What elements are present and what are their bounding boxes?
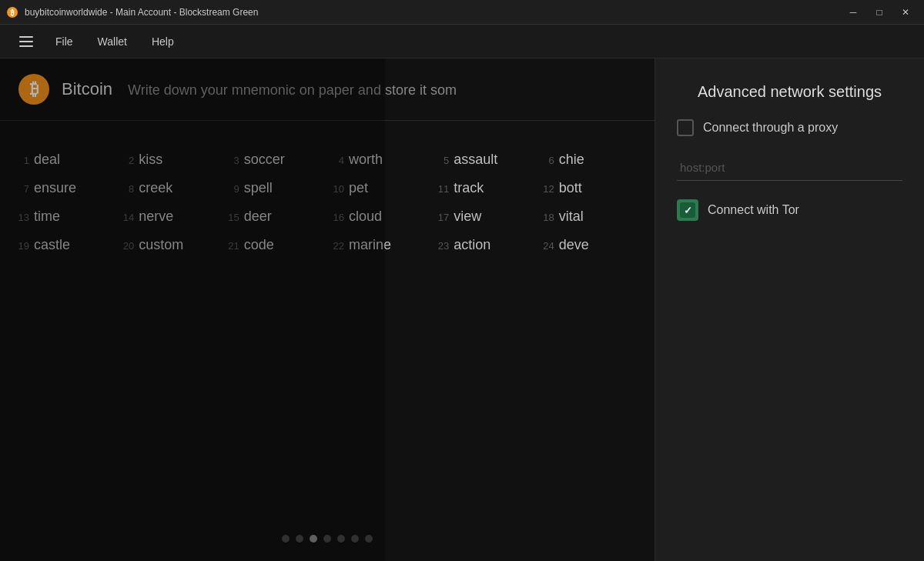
mnemonic-word: 11track xyxy=(435,180,534,196)
word-num: 5 xyxy=(435,155,449,166)
tor-check-mark: ✓ xyxy=(684,205,692,216)
mnemonic-word: 24deve xyxy=(541,237,639,253)
main-content: ₿ Bitcoin Write down your mnemonic on pa… xyxy=(0,58,924,561)
word-num: 17 xyxy=(435,212,449,223)
word-num: 11 xyxy=(435,183,449,195)
proxy-checkbox[interactable] xyxy=(677,119,694,136)
tor-checkbox[interactable]: ✓ xyxy=(677,199,698,221)
menu-wallet[interactable]: Wallet xyxy=(89,31,136,52)
window-controls: ─ □ ✕ xyxy=(841,2,918,23)
tor-label: Connect with Tor xyxy=(708,203,799,217)
left-panel: ₿ Bitcoin Write down your mnemonic on pa… xyxy=(0,58,654,561)
word-text: bott xyxy=(559,180,582,196)
title-bar: ₿ buybitcoinworldwide - Main Account - B… xyxy=(0,0,924,25)
mnemonic-word: 23action xyxy=(435,237,534,253)
mnemonic-word: 6chie xyxy=(541,152,639,168)
menu-help[interactable]: Help xyxy=(142,31,183,52)
minimize-button[interactable]: ─ xyxy=(841,2,865,23)
word-text: vital xyxy=(559,209,584,225)
word-num: 18 xyxy=(541,212,554,223)
right-panel: Advanced network settings Connect throug… xyxy=(654,58,924,561)
svg-text:₿: ₿ xyxy=(10,8,15,17)
mnemonic-word: 12bott xyxy=(541,180,639,196)
overlay xyxy=(0,58,385,561)
mnemonic-word: 5assault xyxy=(435,152,534,168)
word-text: chie xyxy=(559,152,584,168)
mnemonic-word: 18vital xyxy=(541,209,639,225)
word-num: 23 xyxy=(435,240,449,252)
tor-setting-row: ✓ Connect with Tor xyxy=(677,199,902,221)
word-text: assault xyxy=(454,152,497,168)
panel-title: Advanced network settings xyxy=(677,83,902,101)
proxy-input[interactable] xyxy=(677,155,902,181)
title-text: buybitcoinworldwide - Main Account - Blo… xyxy=(25,7,258,18)
proxy-setting-row: Connect through a proxy xyxy=(677,119,902,136)
hamburger-line-2 xyxy=(19,41,33,42)
mnemonic-word: 17view xyxy=(435,209,534,225)
word-num: 6 xyxy=(541,155,554,166)
word-text: view xyxy=(454,209,481,225)
word-text: track xyxy=(454,180,484,196)
word-text: action xyxy=(454,237,490,253)
menu-file[interactable]: File xyxy=(46,31,82,52)
hamburger-menu[interactable] xyxy=(12,28,40,55)
tor-checkbox-inner: ✓ xyxy=(680,202,695,218)
title-bar-left: ₿ buybitcoinworldwide - Main Account - B… xyxy=(6,6,258,18)
word-num: 24 xyxy=(541,240,554,252)
maximize-button[interactable]: □ xyxy=(867,2,892,23)
hamburger-line-3 xyxy=(19,45,33,47)
menu-bar: File Wallet Help xyxy=(0,25,924,58)
hamburger-line-1 xyxy=(19,36,33,38)
close-button[interactable]: ✕ xyxy=(893,2,918,23)
word-num: 12 xyxy=(541,183,554,195)
word-text: deve xyxy=(559,237,589,253)
app-icon: ₿ xyxy=(6,6,18,18)
proxy-label: Connect through a proxy xyxy=(703,121,838,135)
